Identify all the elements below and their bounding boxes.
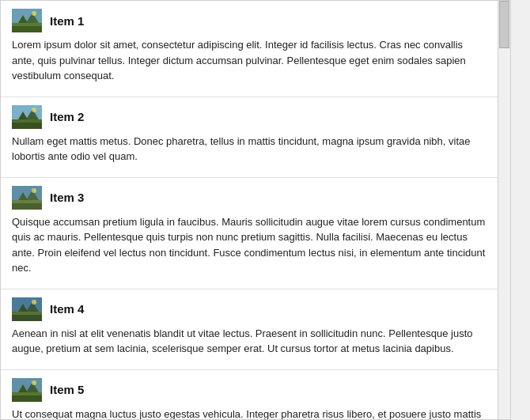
item-title-3: Item 3 — [50, 191, 84, 204]
list-item: Item 1Lorem ipsum dolor sit amet, consec… — [1, 1, 498, 97]
list-item: Item 5Ut consequat magna luctus justo eg… — [1, 370, 498, 421]
item-description-5: Ut consequat magna luctus justo egestas … — [12, 407, 486, 421]
item-header-3: Item 3 — [12, 186, 486, 210]
list-item: Item 4Aenean in nisl at elit venenatis b… — [1, 289, 498, 370]
list-item: Item 2Nullam eget mattis metus. Donec ph… — [1, 97, 498, 178]
item-header-4: Item 4 — [12, 297, 486, 321]
item-title-2: Item 2 — [50, 110, 84, 123]
svg-point-23 — [32, 300, 36, 305]
item-description-4: Aenean in nisl at elit venenatis blandit… — [12, 326, 486, 357]
item-thumbnail-1 — [12, 9, 42, 32]
svg-point-11 — [32, 108, 36, 112]
item-header-1: Item 1 — [12, 9, 486, 32]
scrollbar-thumb[interactable] — [499, 1, 509, 48]
page-wrapper: Item 1Lorem ipsum dolor sit amet, consec… — [0, 0, 530, 420]
item-title-4: Item 4 — [50, 302, 84, 316]
item-thumbnail-5 — [12, 378, 42, 402]
item-description-2: Nullam eget mattis metus. Donec pharetra… — [12, 134, 486, 165]
item-title-1: Item 1 — [50, 14, 84, 28]
svg-point-5 — [32, 11, 36, 16]
item-thumbnail-3 — [12, 186, 42, 210]
svg-rect-2 — [12, 26, 42, 32]
item-thumbnail-2 — [12, 105, 42, 129]
svg-rect-14 — [12, 203, 42, 210]
list-container: Item 1Lorem ipsum dolor sit amet, consec… — [0, 0, 498, 420]
item-description-1: Lorem ipsum dolor sit amet, consectetur … — [12, 37, 486, 84]
list-item: Item 3Quisque accumsan pretium ligula in… — [1, 178, 498, 289]
svg-point-29 — [32, 380, 36, 385]
item-description-3: Quisque accumsan pretium ligula in fauci… — [12, 214, 486, 276]
item-header-2: Item 2 — [12, 105, 486, 129]
svg-rect-26 — [12, 395, 42, 402]
item-thumbnail-4 — [12, 297, 42, 321]
svg-rect-8 — [12, 123, 42, 129]
item-header-5: Item 5 — [12, 378, 486, 402]
svg-rect-20 — [12, 315, 42, 321]
svg-point-17 — [32, 188, 36, 193]
item-title-5: Item 5 — [50, 383, 84, 396]
scrollbar-track[interactable] — [498, 0, 511, 420]
